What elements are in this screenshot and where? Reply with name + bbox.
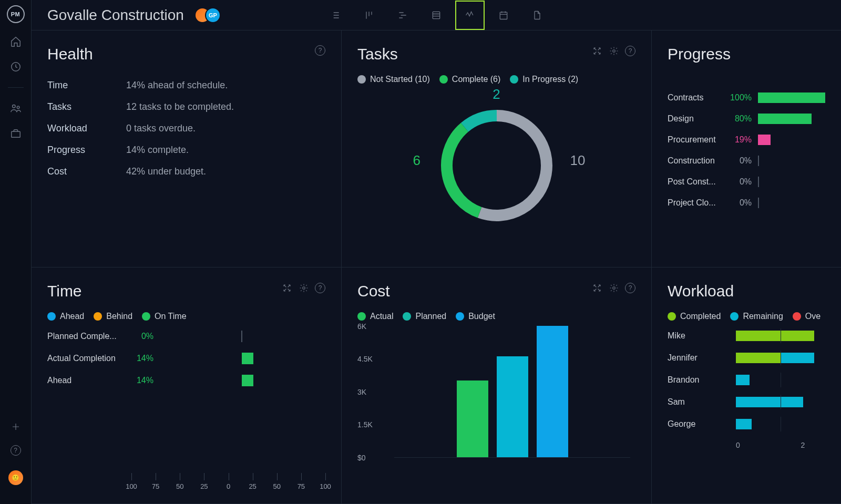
expand-icon[interactable] bbox=[591, 45, 603, 57]
legend-swatch bbox=[357, 312, 366, 321]
help-icon[interactable]: ? bbox=[11, 445, 21, 456]
progress-bar-track bbox=[758, 92, 825, 103]
workload-track bbox=[736, 331, 825, 341]
tab-gantt[interactable] bbox=[388, 1, 417, 30]
legend-label: Ahead bbox=[60, 312, 84, 321]
help-icon[interactable]: ? bbox=[625, 46, 635, 56]
legend-item[interactable]: Not Started (10) bbox=[357, 75, 430, 84]
legend-swatch bbox=[47, 312, 56, 321]
time-zero-tick bbox=[241, 331, 242, 342]
panel-progress: Progress Contracts 100% Design 80% Procu… bbox=[652, 30, 841, 268]
tab-calendar[interactable] bbox=[489, 1, 518, 30]
workload-segment bbox=[736, 397, 803, 407]
tab-dashboard[interactable] bbox=[455, 1, 485, 30]
legend-item[interactable]: Actual bbox=[357, 312, 393, 321]
help-icon[interactable]: ? bbox=[315, 283, 325, 293]
legend-label: Remaining bbox=[743, 312, 783, 321]
health-label: Progress bbox=[47, 145, 116, 156]
briefcase-icon[interactable] bbox=[9, 127, 23, 140]
legend-label: Ove bbox=[805, 312, 821, 321]
workload-track bbox=[736, 375, 825, 385]
svg-point-8 bbox=[613, 286, 616, 289]
axis-tick bbox=[204, 473, 204, 480]
help-icon[interactable]: ? bbox=[315, 45, 325, 56]
left-nav-rail: PM ? 🙂 bbox=[0, 0, 32, 504]
progress-name: Contracts bbox=[668, 93, 720, 102]
axis-label: 100 bbox=[320, 482, 331, 490]
time-track bbox=[158, 331, 325, 342]
top-bar: Govalle Construction GP bbox=[32, 0, 841, 30]
workload-name: Sam bbox=[668, 397, 731, 407]
cost-ytick: $0 bbox=[357, 454, 366, 462]
legend-item[interactable]: In Progress (2) bbox=[510, 75, 578, 84]
people-icon[interactable] bbox=[9, 101, 23, 115]
gear-icon[interactable] bbox=[608, 45, 620, 57]
axis-label: 50 bbox=[176, 482, 183, 490]
workload-row: Sam bbox=[668, 397, 825, 407]
progress-bar-track bbox=[758, 156, 825, 166]
project-title: Govalle Construction bbox=[47, 7, 184, 24]
clock-icon[interactable] bbox=[9, 60, 23, 74]
legend-item[interactable]: Behind bbox=[94, 312, 132, 321]
panel-cost: Cost ? Actual Planned Budget 6K4.5K3K1.5… bbox=[342, 268, 652, 505]
workload-gridline bbox=[781, 417, 781, 431]
workload-segment bbox=[736, 419, 752, 429]
legend-swatch bbox=[456, 312, 464, 321]
tab-board[interactable] bbox=[354, 1, 384, 30]
cost-ytick: 4.5K bbox=[357, 355, 373, 363]
legend-swatch bbox=[439, 75, 448, 84]
panel-title: Tasks bbox=[357, 45, 398, 63]
axis-label: 75 bbox=[298, 482, 305, 490]
panel-title: Time bbox=[47, 282, 82, 300]
tab-file[interactable] bbox=[522, 1, 552, 30]
progress-bar-track bbox=[758, 198, 825, 208]
home-icon[interactable] bbox=[9, 35, 23, 48]
axis-label: 50 bbox=[273, 482, 281, 490]
axis-label: 0 bbox=[227, 482, 230, 490]
user-avatar[interactable]: 🙂 bbox=[8, 470, 23, 485]
health-row: Workload 0 tasks overdue. bbox=[47, 123, 325, 134]
health-value: 12 tasks to be completed. bbox=[126, 101, 234, 112]
expand-icon[interactable] bbox=[591, 282, 603, 294]
workload-track bbox=[736, 397, 825, 407]
legend-item[interactable]: Budget bbox=[456, 312, 495, 321]
time-row: Planned Comple... 0% bbox=[47, 331, 325, 342]
progress-pct: 100% bbox=[726, 93, 752, 102]
gear-icon[interactable] bbox=[298, 282, 310, 294]
legend-item[interactable]: Complete (6) bbox=[439, 75, 500, 84]
expand-icon[interactable] bbox=[281, 282, 293, 294]
health-row: Time 14% ahead of schedule. bbox=[47, 80, 325, 91]
workload-axis-label: 0 bbox=[736, 441, 781, 449]
legend-item[interactable]: Remaining bbox=[730, 312, 783, 321]
health-row: Progress 14% complete. bbox=[47, 145, 325, 156]
legend-item[interactable]: Completed bbox=[668, 312, 721, 321]
panel-health: Health ? Time 14% ahead of schedule. Tas… bbox=[32, 30, 342, 268]
axis-tick bbox=[180, 473, 180, 480]
rail-divider bbox=[8, 87, 24, 88]
gear-icon[interactable] bbox=[608, 282, 620, 294]
panel-workload: Workload Completed Remaining Ove Mike Je… bbox=[652, 268, 841, 505]
progress-bar-track bbox=[758, 135, 825, 145]
time-track bbox=[158, 353, 325, 364]
health-row: Tasks 12 tasks to be completed. bbox=[47, 101, 325, 112]
axis-label: 25 bbox=[200, 482, 208, 490]
help-icon[interactable]: ? bbox=[625, 283, 635, 293]
plus-icon[interactable] bbox=[9, 420, 23, 434]
avatar-stack[interactable]: GP bbox=[194, 7, 221, 23]
health-row: Cost 42% under budget. bbox=[47, 166, 325, 177]
tab-list[interactable] bbox=[321, 1, 350, 30]
axis-tick bbox=[229, 473, 229, 480]
cost-ytick: 3K bbox=[357, 388, 366, 396]
workload-row: Jennifer bbox=[668, 353, 825, 363]
legend-item[interactable]: Planned bbox=[403, 312, 446, 321]
tab-sheet[interactable] bbox=[422, 1, 451, 30]
svg-rect-3 bbox=[11, 131, 20, 137]
time-row-name: Planned Comple... bbox=[47, 332, 126, 341]
donut-label-in-progress: 2 bbox=[493, 86, 500, 102]
progress-row: Post Const... 0% bbox=[668, 177, 825, 187]
legend-item[interactable]: Ahead bbox=[47, 312, 84, 321]
legend-item[interactable]: Ove bbox=[793, 312, 821, 321]
legend-item[interactable]: On Time bbox=[142, 312, 186, 321]
app-logo[interactable]: PM bbox=[7, 5, 25, 23]
progress-bar-fill bbox=[758, 114, 812, 124]
